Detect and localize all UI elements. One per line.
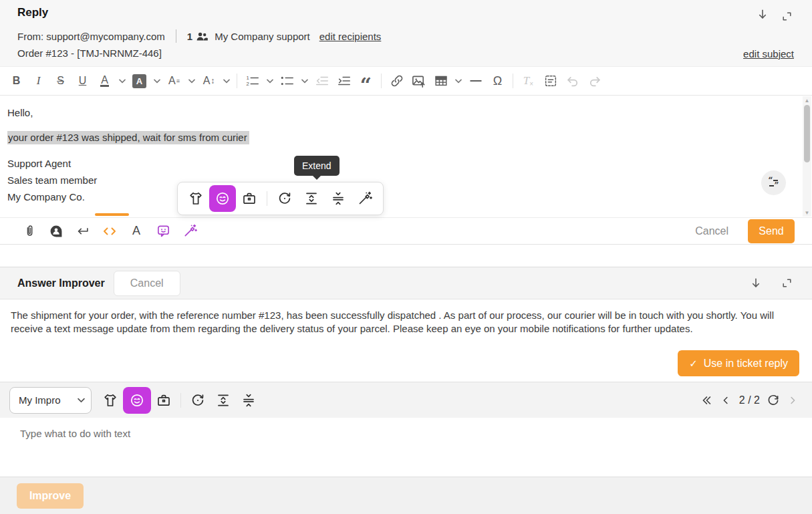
horizontal-line-button[interactable] — [464, 70, 487, 92]
friendly-tone-button[interactable] — [209, 185, 236, 212]
bullet-list-button[interactable] — [276, 70, 298, 92]
improver-preset-select[interactable]: My Impro — [9, 387, 92, 414]
underline-button[interactable]: U — [72, 70, 94, 92]
next-result-button[interactable] — [783, 394, 803, 406]
formatting-toolbar: B I S U A A A≡ A↕ 12 “ — [0, 66, 812, 96]
improver-header: Answer Improver Cancel — [0, 267, 812, 299]
scroll-up-icon[interactable]: ▲ — [803, 96, 811, 104]
bold-button[interactable]: B — [5, 70, 27, 92]
background-color-dropdown-icon[interactable] — [150, 70, 163, 92]
strikethrough-button[interactable]: S — [49, 70, 72, 92]
tshirt-icon — [188, 190, 204, 207]
ai-improve-button[interactable] — [176, 220, 203, 243]
briefcase-icon — [241, 190, 257, 207]
magic-wand-icon — [182, 223, 198, 239]
editor-line-signature: My Company Co. — [7, 191, 85, 203]
recipients-count: 1 — [187, 31, 192, 42]
extend-tooltip: Extend — [294, 156, 340, 176]
shorten-icon — [241, 392, 257, 408]
refresh-icon — [767, 394, 780, 407]
editor-line-signature: Sales team member — [7, 174, 97, 186]
background-color-button[interactable]: A — [128, 70, 150, 92]
numbered-list-button[interactable]: 12 — [241, 70, 263, 92]
chevron-down-icon — [78, 398, 85, 403]
source-code-button[interactable] — [96, 220, 123, 243]
quote-original-button[interactable]: “ ” — [761, 170, 786, 195]
header-divider — [176, 29, 176, 43]
casual-tone-button[interactable] — [182, 185, 209, 212]
font-color-button[interactable]: A — [94, 70, 116, 92]
previous-result-button[interactable] — [716, 394, 735, 406]
insert-table-dropdown-icon[interactable] — [452, 70, 464, 92]
friendly-tone-button[interactable] — [123, 387, 151, 414]
editor-scrollbar[interactable]: ▲ ▼ — [803, 96, 811, 217]
blockquote-button[interactable]: “ — [355, 70, 377, 92]
font-color-dropdown-icon[interactable] — [116, 70, 128, 92]
link-button[interactable] — [386, 70, 408, 92]
use-in-ticket-reply-button[interactable]: ✓ Use in ticket reply — [678, 350, 799, 376]
expand-panel-icon[interactable] — [779, 8, 795, 24]
improve-text-button[interactable] — [271, 185, 298, 212]
regenerate-button[interactable] — [764, 394, 783, 407]
edit-recipients-link[interactable]: edit recipients — [319, 31, 382, 42]
prompt-input[interactable] — [0, 418, 812, 477]
insert-table-button[interactable] — [430, 70, 452, 92]
extend-icon — [215, 392, 231, 408]
toolbar-separator — [267, 191, 267, 206]
improver-toolbar: My Impro — [0, 382, 812, 418]
numbered-list-dropdown-icon[interactable] — [263, 70, 276, 92]
shorten-text-button[interactable] — [236, 387, 261, 414]
edit-subject-link[interactable]: edit subject — [743, 48, 794, 59]
improve-button[interactable]: Improve — [17, 483, 84, 509]
send-button[interactable]: Send — [748, 219, 795, 243]
undo-button[interactable] — [561, 70, 583, 92]
select-all-button[interactable] — [539, 70, 561, 92]
professional-tone-button[interactable] — [236, 185, 263, 212]
improver-cancel-button[interactable]: Cancel — [114, 271, 180, 296]
reply-header: Reply From: support@mycompany.com 1 My C… — [0, 0, 812, 66]
insert-reply-button[interactable] — [70, 220, 96, 243]
scroll-down-icon[interactable]: ▼ — [803, 209, 811, 217]
ai-assistant-button[interactable] — [150, 220, 176, 243]
font-family-dropdown-icon[interactable] — [185, 70, 198, 92]
improve-text-button[interactable] — [185, 387, 211, 414]
font-family-button[interactable]: A≡ — [163, 70, 185, 92]
font-size-button[interactable]: A↕ — [198, 70, 220, 92]
first-result-button[interactable] — [696, 394, 716, 407]
code-icon — [102, 223, 118, 239]
canned-response-icon — [49, 224, 63, 239]
quote-lines-icon: “ ” — [769, 178, 779, 188]
canned-responses-button[interactable] — [43, 220, 70, 243]
active-tab-indicator — [95, 213, 129, 216]
editor-line-signature: Support Agent — [7, 158, 71, 169]
attach-file-button[interactable] — [16, 220, 43, 243]
extend-text-button[interactable] — [298, 185, 325, 212]
improver-collapse-icon[interactable] — [748, 275, 764, 291]
redo-button[interactable] — [583, 70, 605, 92]
fix-text-button[interactable] — [352, 185, 378, 212]
clear-formatting-button[interactable]: T× — [517, 70, 539, 92]
double-chevron-left-icon — [700, 394, 713, 407]
extend-text-button[interactable] — [211, 387, 236, 414]
recipients-icon — [196, 31, 208, 41]
professional-tone-button[interactable] — [151, 387, 176, 414]
special-character-button[interactable]: Ω — [487, 70, 509, 92]
reply-cancel-button[interactable]: Cancel — [695, 225, 728, 237]
smiley-icon — [215, 190, 231, 207]
casual-tone-button[interactable] — [98, 387, 123, 414]
scrollbar-thumb[interactable] — [804, 105, 810, 162]
insert-image-button[interactable] — [408, 70, 430, 92]
bullet-list-dropdown-icon[interactable] — [298, 70, 311, 92]
font-size-dropdown-icon[interactable] — [220, 70, 233, 92]
subject-line: Order #123 - [TMJ-NRNMZ-446] — [17, 47, 162, 59]
text-format-button[interactable]: A — [123, 220, 150, 243]
editor-line-selected: your order #123 was shipped, wait for sm… — [7, 132, 249, 143]
improver-expand-icon[interactable] — [779, 275, 795, 291]
italic-button[interactable]: I — [27, 70, 49, 92]
reply-editor-body[interactable]: Hello, your order #123 was shipped, wait… — [0, 96, 812, 217]
shorten-text-button[interactable] — [325, 185, 352, 212]
toolbar-separator — [381, 74, 382, 88]
collapse-panel-icon[interactable] — [755, 7, 771, 23]
indent-button[interactable] — [333, 70, 355, 92]
outdent-button[interactable] — [311, 70, 333, 92]
